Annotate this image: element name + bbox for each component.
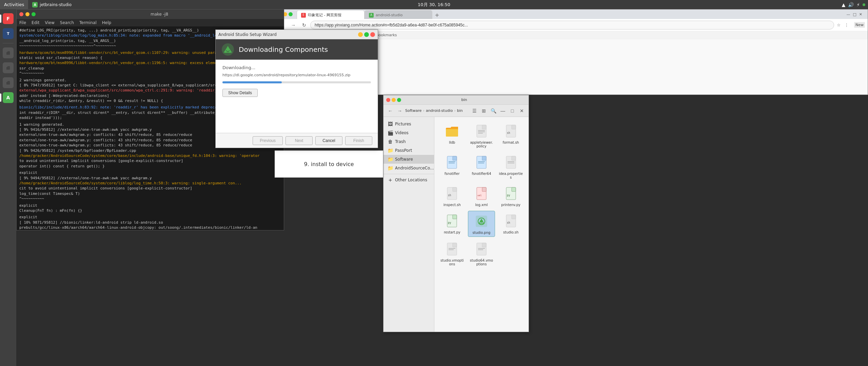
fm2-back-button[interactable]: ← <box>386 107 394 115</box>
browser-maximize-button[interactable] <box>289 12 293 16</box>
file-item-idea-properties[interactable]: idea.properties <box>497 152 525 181</box>
svg-text:sh: sh <box>448 194 451 197</box>
sidebar-nav-other-locations[interactable]: + Other Locations <box>383 176 434 184</box>
pictures-label: Pictures <box>395 122 411 126</box>
svg-rect-30 <box>482 187 486 191</box>
svg-rect-45 <box>453 243 457 247</box>
file-item-log-xml[interactable]: xml log.xml <box>468 183 495 209</box>
close-icon[interactable]: ✕ <box>859 12 862 17</box>
file-item-fsnotifier[interactable]: fsnotifier <box>438 152 466 181</box>
finish-button[interactable]: Finish <box>345 136 372 145</box>
file-label-fsnotifier: fsnotifier <box>445 172 459 176</box>
file-label-appletviewer: appletviewer.policy <box>469 141 494 148</box>
menu-terminal[interactable]: Terminal <box>79 20 97 25</box>
svg-point-40 <box>480 220 483 223</box>
file-icon-studio-sh: sh <box>503 213 519 229</box>
fm2-close-icon[interactable]: ✕ <box>518 107 526 115</box>
file-item-printenv-py[interactable]: py printenv.py <box>497 183 525 209</box>
wizard-minimize-button[interactable] <box>358 32 363 37</box>
sidebar-item-unknown2[interactable]: ⬛ <box>1 61 15 75</box>
software-folder-icon: 📁 <box>388 157 393 162</box>
file-item-appletviewer[interactable]: appletviewer.policy <box>468 121 495 150</box>
browser-forward-button[interactable]: → <box>289 20 298 30</box>
sidebar-nav-videos[interactable]: 🎬 Videos <box>383 128 434 137</box>
previous-button[interactable]: Previous <box>253 136 283 145</box>
menu-view[interactable]: View <box>45 20 54 25</box>
maximize-icon[interactable]: □ <box>853 12 856 17</box>
breadcrumb-android-studio[interactable]: android-studio <box>426 108 453 113</box>
trash-label: Trash <box>395 139 406 144</box>
clock-text: 10月 30, 16:50 <box>418 2 450 7</box>
wizard-footer: Previous Next Cancel Finish <box>216 133 378 148</box>
sidebar-item-files[interactable]: F <box>1 12 15 25</box>
fm2-list-view-button[interactable]: ☰ <box>470 107 478 115</box>
show-details-button[interactable]: Show Details <box>222 89 258 97</box>
svg-rect-5 <box>446 129 458 137</box>
bookmark-icon[interactable]: ☆ <box>835 23 842 27</box>
menu-file[interactable]: File <box>19 20 26 25</box>
fm2-minimize-button[interactable] <box>392 98 396 102</box>
files-icon: F <box>3 13 14 24</box>
fm2-grid-view-button[interactable]: ⊞ <box>480 107 488 115</box>
activities-button[interactable]: Activities <box>0 0 28 9</box>
file-item-restart-py[interactable]: py restart.py <box>438 211 466 237</box>
file-item-studio-sh[interactable]: sh studio.sh <box>497 211 525 237</box>
terminal-line: /home/gracker/AndroidSourceCode/system/c… <box>19 153 281 158</box>
sidebar-item-unknown3[interactable]: ⬛ <box>1 76 15 89</box>
wizard-close-button[interactable] <box>370 32 375 37</box>
sidebar-item-studio[interactable]: A <box>1 91 15 104</box>
fm2-maximize-icon[interactable]: □ <box>508 107 516 115</box>
browser-tab-active[interactable]: E 印象笔记 - 网页剪报 <box>297 10 364 20</box>
fm2-maximize-button[interactable] <box>397 98 401 102</box>
sidebar-item-text-editor[interactable]: T <box>1 27 15 40</box>
next-button[interactable]: Next <box>285 136 313 145</box>
app-name-label: jetbrains-studio <box>40 2 72 7</box>
new-tab-button[interactable]: + <box>432 10 442 20</box>
browser-refresh-button[interactable]: ↻ <box>299 20 309 30</box>
sidebar-item-unknown1[interactable]: ⬛ <box>1 46 15 60</box>
sidebar-nav-trash[interactable]: 🗑 Trash <box>383 137 434 146</box>
browser-tab-inactive[interactable]: A android-studio <box>364 10 432 20</box>
breadcrumb-bin[interactable]: bin <box>457 108 463 113</box>
file-item-fsnotifier64[interactable]: fsnotifier64 <box>468 152 495 181</box>
terminal-menubar: File Edit View Search Terminal Help <box>17 19 284 26</box>
file-manager-content[interactable]: lldb appletviewer.policy sh format.sh <box>434 117 529 332</box>
terminal-maximize-button[interactable] <box>32 12 36 16</box>
terminal-minimize-button[interactable] <box>25 12 29 16</box>
file-icon-fsnotifier64 <box>473 154 490 170</box>
app-indicator[interactable]: A jetbrains-studio <box>28 0 76 9</box>
new-button[interactable]: New <box>854 22 865 28</box>
fm2-search-button[interactable]: 🔍 <box>489 107 497 115</box>
file-item-format-sh[interactable]: sh format.sh <box>497 121 525 150</box>
file-item-studio-vmoptions[interactable]: studio.vmoptions <box>438 239 466 268</box>
menu-help[interactable]: Help <box>102 20 111 25</box>
browser-tabs-bar: E 印象笔记 - 网页剪报 A android-studio + <box>294 9 842 20</box>
file-item-studio-png[interactable]: studio.png <box>468 211 495 237</box>
wizard-maximize-button[interactable] <box>364 32 369 37</box>
fm2-forward-button[interactable]: → <box>396 107 404 115</box>
settings-icon[interactable]: ⋮ <box>843 23 850 27</box>
sidebar-nav-software[interactable]: 📁 Software <box>383 155 434 164</box>
file-item-lldb[interactable]: lldb <box>438 121 466 150</box>
terminal-close-button[interactable] <box>19 12 23 16</box>
cancel-button[interactable]: Cancel <box>315 136 342 145</box>
sidebar-nav-android-source[interactable]: 📁 AndroidSourceCo... <box>383 164 434 172</box>
progress-bar-fill <box>222 81 282 83</box>
fm2-action-buttons: ☰ ⊞ 🔍 — □ ✕ <box>470 107 526 115</box>
menu-edit[interactable]: Edit <box>32 20 39 25</box>
setup-wizard-dialog: Android Studio Setup Wizard Downloading … <box>215 29 378 148</box>
browser-url-bar[interactable] <box>310 21 834 29</box>
android-studio-logo-icon <box>221 43 235 56</box>
fm2-close-button[interactable] <box>386 98 390 102</box>
minimize-icon[interactable]: — <box>846 12 850 17</box>
breadcrumb-software[interactable]: Software <box>405 108 422 113</box>
file-icon-fsnotifier <box>444 154 460 170</box>
menu-search[interactable]: Search <box>60 20 74 25</box>
sidebar-nav-passport[interactable]: 📁 PassPort <box>383 146 434 155</box>
file-icon-restart-py: py <box>444 213 460 229</box>
fm2-minimize-icon[interactable]: — <box>499 107 507 115</box>
terminal-line: operator int() const { return get(); } <box>19 164 281 169</box>
file-item-studio64-vmoptions[interactable]: studio64.vmoptions <box>468 239 495 268</box>
sidebar-nav-pictures[interactable]: 🖼 Pictures <box>383 120 434 128</box>
file-item-inspect-sh[interactable]: sh inspect.sh <box>438 183 466 209</box>
